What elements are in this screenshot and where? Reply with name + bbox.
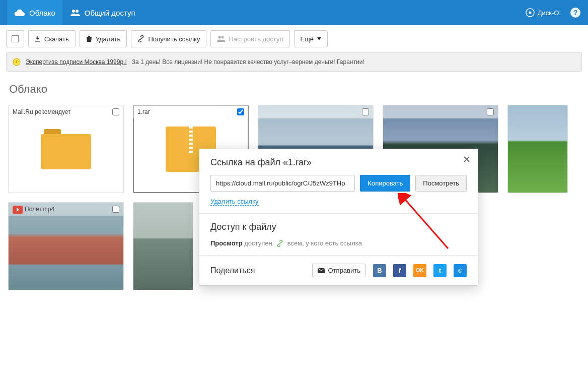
video-badge-icon <box>13 206 23 214</box>
download-button[interactable]: Скачать <box>28 30 76 47</box>
app-header: Облако Общий доступ Диск-О: ? <box>0 0 588 25</box>
ad-link[interactable]: Экспертиза подписи Москва 1999р.! <box>26 58 127 66</box>
svg-rect-6 <box>12 36 19 42</box>
disk-icon <box>526 8 535 17</box>
get-link-button[interactable]: Получить ссылку <box>131 30 206 47</box>
tile-checkbox[interactable] <box>237 108 244 115</box>
toolbar: Скачать Удалить Получить ссылку Настроит… <box>0 25 588 52</box>
ad-badge-icon <box>13 58 21 66</box>
checkbox-icon <box>12 35 19 42</box>
cloud-icon <box>14 9 25 17</box>
trash-icon <box>86 35 92 42</box>
tile-folder-recommend[interactable]: Mail.Ru рекомендует <box>8 105 124 193</box>
modal-title: Ссылка на файл «1.rar» <box>210 157 467 168</box>
share-link-input[interactable] <box>210 175 355 192</box>
select-all-checkbox[interactable] <box>6 30 24 47</box>
copy-button[interactable]: Копировать <box>360 175 410 192</box>
tile-image[interactable] <box>507 105 568 193</box>
ad-text: За 1 день! Все лицензии! Не понравится к… <box>132 58 364 66</box>
svg-point-1 <box>76 10 79 13</box>
delete-label: Удалить <box>96 35 121 43</box>
configure-access-button[interactable]: Настроить доступ <box>210 30 289 47</box>
disk-o-label: Диск-О: <box>538 9 561 17</box>
more-button[interactable]: Ещё <box>294 30 328 47</box>
tab-cloud-label: Облако <box>29 9 55 17</box>
chevron-down-icon <box>317 37 321 40</box>
share-ok-button[interactable]: OK <box>413 264 426 277</box>
tab-shared[interactable]: Общий доступ <box>62 0 142 25</box>
tile-name: Mail.Ru рекомендует <box>13 108 71 115</box>
tile-video-polet[interactable]: Полет.mp4 <box>8 202 124 290</box>
tile-checkbox[interactable] <box>362 108 369 115</box>
view-button[interactable]: Посмотреть <box>415 175 467 192</box>
share-heading: Поделиться <box>210 266 255 275</box>
svg-rect-7 <box>35 41 40 42</box>
share-vk-button[interactable]: В <box>373 264 386 277</box>
share-link-modal: Ссылка на файл «1.rar» Копировать Посмот… <box>199 149 478 286</box>
tile-name: 1.rar <box>137 108 150 115</box>
disk-o-button[interactable]: Диск-О: <box>526 8 561 17</box>
share-tw-button[interactable]: t <box>433 264 447 277</box>
link-small-icon <box>276 240 283 247</box>
share-mailru-button[interactable]: ☺ <box>454 264 467 277</box>
tab-cloud[interactable]: Облако <box>7 0 62 25</box>
configure-access-label: Настроить доступ <box>229 35 283 43</box>
download-label: Скачать <box>44 35 69 43</box>
image-thumb <box>133 203 193 290</box>
close-icon <box>464 156 470 162</box>
page-title: Облако <box>6 72 582 105</box>
close-button[interactable] <box>462 154 472 164</box>
send-label: Отправить <box>328 267 360 274</box>
folder-icon <box>41 129 91 169</box>
people-icon <box>69 9 81 17</box>
svg-point-3 <box>529 12 531 14</box>
people-small-icon <box>217 36 225 42</box>
share-fb-button[interactable]: f <box>393 264 406 277</box>
tile-checkbox[interactable] <box>112 108 119 115</box>
delete-link[interactable]: Удалить ссылку <box>210 198 259 206</box>
svg-point-8 <box>218 36 221 39</box>
svg-point-0 <box>72 10 75 13</box>
more-label: Ещё <box>301 35 314 43</box>
tile-checkbox[interactable] <box>112 206 119 213</box>
delete-button[interactable]: Удалить <box>80 30 127 47</box>
mail-icon <box>318 268 325 273</box>
tile-checkbox[interactable] <box>487 108 494 115</box>
tab-shared-label: Общий доступ <box>85 9 135 17</box>
access-label: Просмотр доступен <box>210 239 272 247</box>
image-thumb <box>508 105 567 193</box>
download-icon <box>35 36 41 42</box>
ad-banner: Экспертиза подписи Москва 1999р.! За 1 д… <box>6 52 582 72</box>
help-icon[interactable]: ? <box>570 7 581 18</box>
link-icon <box>137 35 144 42</box>
access-heading: Доступ к файлу <box>210 222 467 232</box>
tile-name: Полет.mp4 <box>25 206 54 213</box>
send-email-button[interactable]: Отправить <box>312 264 366 277</box>
access-value: всем, у кого есть ссылка <box>287 239 362 247</box>
svg-point-9 <box>222 36 224 39</box>
get-link-label: Получить ссылку <box>148 35 200 43</box>
svg-text:?: ? <box>573 9 578 17</box>
tile-image[interactable] <box>133 202 193 290</box>
